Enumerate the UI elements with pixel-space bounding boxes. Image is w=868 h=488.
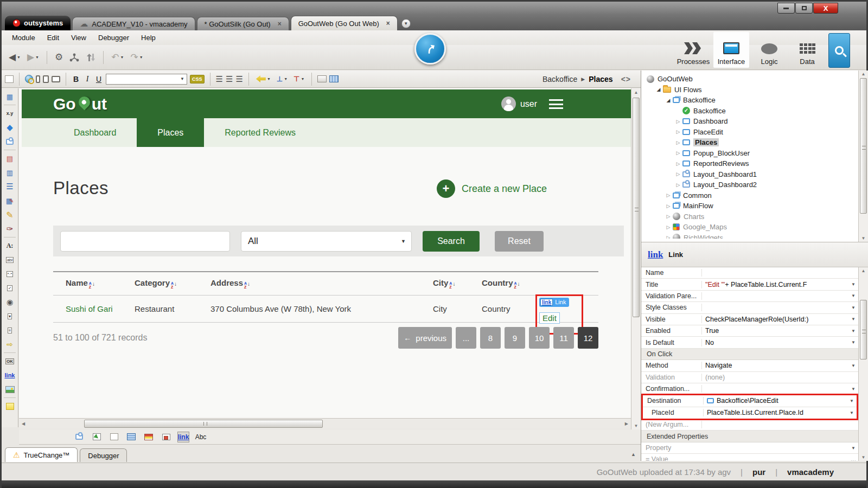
search-button[interactable]: Search (423, 231, 480, 252)
tree-node-layout-dashboard1[interactable]: ▷Layout_Dashboard1 (641, 169, 858, 180)
cell-crumb-icon[interactable] (160, 432, 172, 442)
merge-icon[interactable] (68, 52, 81, 63)
scroll-left-icon[interactable]: ◀ (19, 421, 25, 426)
menu-help[interactable]: Help (136, 32, 161, 43)
table-records-crumb-icon[interactable] (125, 432, 137, 442)
comment-widget-icon[interactable] (3, 400, 16, 412)
property-row-new-argument[interactable]: (New Argum... (641, 419, 858, 431)
dropdown-icon[interactable]: ▼ (848, 363, 858, 368)
desktop-view-icon[interactable] (52, 76, 60, 82)
tree-node-module[interactable]: GoOutWeb (641, 74, 858, 85)
publish-changes-icon[interactable] (84, 52, 97, 63)
edit-record-widget-icon[interactable]: ▦✎ (3, 195, 16, 207)
tree-node-richwidgets[interactable]: ▷RichWidgets (641, 233, 858, 239)
bold-button[interactable]: B (72, 75, 80, 84)
debugger-tab[interactable]: Debugger (80, 448, 127, 462)
expander-collapsed-icon[interactable]: ▷ (675, 129, 681, 134)
forward-button[interactable]: ▶▼ (25, 50, 41, 64)
property-row-placeid[interactable]: PlaceIdPlaceTable.List.Current.Place.Id▼ (643, 407, 857, 419)
input-widget-icon[interactable]: abl (3, 254, 16, 266)
expander-collapsed-icon[interactable]: ▷ (675, 119, 681, 124)
code-toggle-button[interactable]: <> (621, 75, 631, 84)
checkbox-widget-icon[interactable]: ✓ (3, 282, 16, 294)
scroll-down-icon[interactable]: ▼ (631, 423, 641, 428)
scroll-down-icon[interactable]: ▼ (859, 455, 868, 460)
tree-node-common[interactable]: ▷Common (641, 190, 858, 201)
radio-widget-icon[interactable]: ◉ (3, 296, 16, 308)
page-button-9[interactable]: 9 (505, 327, 525, 349)
back-button[interactable]: ◀▼ (7, 50, 22, 64)
password-widget-icon[interactable]: *·* (3, 268, 16, 280)
container-crumb-icon[interactable] (108, 432, 120, 442)
style-dropdown[interactable]: ▼ (106, 74, 187, 85)
canvas-vertical-scrollbar[interactable]: ▲ ▼ (631, 88, 641, 430)
tree-node-reportedreviews[interactable]: ▷ReportedReviews (641, 158, 858, 169)
tab-overflow-button[interactable]: ▼ (401, 19, 411, 28)
column-header-address[interactable]: AddressAZ↓ (210, 278, 433, 289)
breadcrumb-parent[interactable]: Backoffice (542, 75, 577, 84)
minimize-button[interactable] (777, 3, 795, 14)
dropdown-icon[interactable]: ▼ (848, 387, 858, 391)
text-crumb-icon[interactable]: Abc (195, 432, 207, 442)
expander-collapsed-icon[interactable]: ▷ (665, 192, 672, 198)
column-header-name[interactable]: NameAZ↓ (53, 278, 135, 289)
list-records-widget-icon[interactable]: ☰ (3, 181, 16, 192)
search-input[interactable] (60, 231, 230, 252)
reset-button[interactable]: Reset (495, 231, 544, 252)
tree-node-popup-blockuser[interactable]: ▷Popup_BlockUser (641, 148, 858, 159)
menu-edit[interactable]: Edit (42, 32, 64, 43)
dropdown-icon[interactable]: ▼ (848, 293, 858, 298)
tab-processes[interactable]: Processes (675, 32, 711, 68)
link-crumb-selected[interactable]: link (177, 432, 189, 442)
tree-node-layout-dashboard2[interactable]: ▷Layout_Dashboard2 (641, 179, 858, 190)
dropdown-icon[interactable]: ▼ (848, 340, 858, 345)
property-row-confirmation[interactable]: Confirmation...▼ (641, 383, 858, 395)
align-left-icon[interactable]: ☰ (216, 74, 223, 84)
expander-collapsed-icon[interactable]: ▷ (665, 235, 672, 239)
expander-collapsed-icon[interactable]: ▷ (675, 182, 681, 188)
close-button[interactable]: X (813, 3, 838, 14)
expander-expanded-icon[interactable]: ◢ (655, 87, 662, 92)
show-grid-icon[interactable] (329, 75, 339, 82)
tree-scroll-thumb[interactable] (860, 78, 867, 214)
margin-tool[interactable]: ⊥▼ (275, 74, 289, 84)
xy-coordinates-icon[interactable]: x.y (3, 107, 16, 119)
category-dropdown[interactable]: All ▼ (241, 231, 412, 252)
nav-tab-reported-reviews[interactable]: Reported Reviews (204, 118, 316, 147)
one-click-publish-button[interactable] (414, 33, 446, 65)
new-container-icon[interactable] (5, 75, 14, 83)
link-widget-icon[interactable]: link (3, 369, 16, 381)
dropdown-icon[interactable]: ▼ (848, 329, 858, 333)
dropdown-icon[interactable]: ▼ (848, 317, 858, 322)
tree-node-dashboard[interactable]: ▷Dashboard (641, 116, 858, 127)
horizontal-scroll-thumb[interactable] (84, 420, 323, 428)
scroll-right-icon[interactable]: ▶ (625, 421, 628, 426)
tree-node-google-maps[interactable]: ▷Google_Maps (641, 222, 858, 233)
column-header-city[interactable]: CityAZ↓ (433, 278, 482, 289)
table-records-widget-icon[interactable]: ▥ (3, 166, 16, 178)
environment-label[interactable]: pur (752, 467, 765, 477)
properties-scroll-thumb[interactable] (860, 300, 867, 359)
webblock-widget-icon[interactable] (3, 136, 16, 147)
global-search-button[interactable] (828, 33, 850, 68)
submit-widget-icon[interactable]: ⇨ (3, 338, 16, 350)
phone-view-icon[interactable] (36, 75, 40, 83)
indent-tool[interactable]: ▼ (254, 74, 272, 84)
text-widget-icon[interactable]: A: (3, 240, 16, 252)
expander-expanded-icon[interactable]: ◢ (665, 98, 672, 103)
dropdown-icon[interactable]: ▼ (848, 446, 858, 451)
preview-in-browser-icon[interactable] (25, 75, 33, 83)
manage-dependencies-icon[interactable]: ⚙ (53, 50, 65, 64)
column-header-country[interactable]: CountryAZ↓ (482, 278, 542, 289)
expander-collapsed-icon[interactable]: ▷ (665, 214, 672, 219)
truechange-tab[interactable]: ⚠ TrueChange™ (5, 447, 78, 462)
tab-data[interactable]: Data (789, 32, 825, 68)
property-row-validation-parent[interactable]: Validation Pare...▼ (641, 291, 858, 302)
property-row-style-classes[interactable]: Style Classes▼ (641, 302, 858, 313)
property-row-is-default[interactable]: Is DefaultNo▼ (641, 337, 858, 348)
properties-scrollbar[interactable]: ▲ ▼ (858, 267, 868, 461)
canvas-horizontal-scrollbar[interactable]: ◀ ▶ (19, 418, 631, 429)
show-borders-icon[interactable] (317, 75, 327, 82)
tree-scrollbar[interactable]: ▲ ▼ (858, 70, 868, 242)
tab-logic[interactable]: Logic (751, 32, 787, 68)
